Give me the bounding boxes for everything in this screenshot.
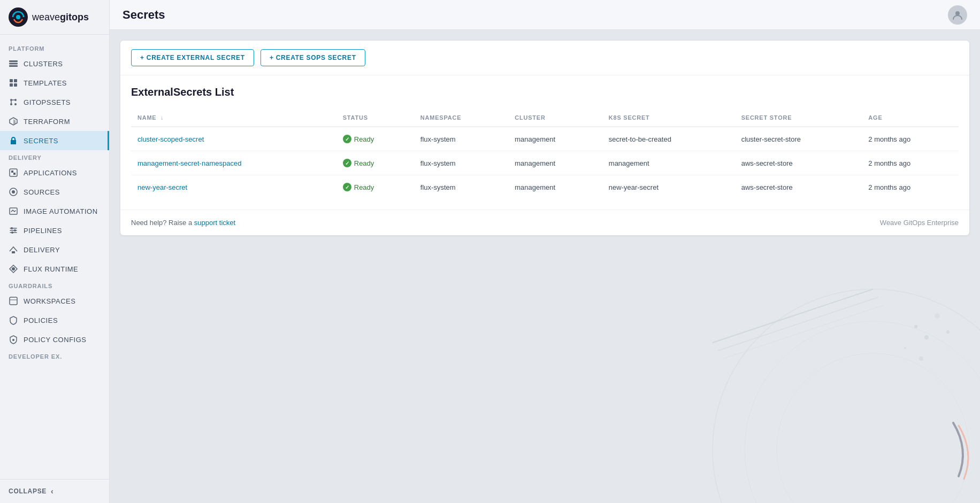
flux-runtime-icon [9,264,18,274]
sidebar-item-label: WORKSPACES [24,297,75,305]
svg-point-17 [13,142,14,143]
namespace-cell: flux-system [414,175,508,199]
image-automation-icon [9,206,18,216]
secret-store-cell: aws-secret-store [735,175,862,199]
sidebar-item-clusters[interactable]: CLUSTERS [0,54,109,73]
sidebar-item-gitopssets[interactable]: GITOPSSETS [0,92,109,112]
sidebar-item-label: CLUSTERS [24,60,63,68]
col-header-age: AGE [862,109,959,127]
sidebar-item-image-automation[interactable]: IMAGE AUTOMATION [0,202,109,221]
svg-point-39 [914,325,917,328]
create-external-secret-button[interactable]: + CREATE EXTERNAL SECRET [131,49,254,66]
k8s-secret-cell: management [602,151,735,175]
svg-point-1 [16,15,20,19]
svg-point-25 [14,229,16,231]
sidebar-item-delivery[interactable]: DELIVERY [0,240,109,259]
section-title: ExternalSecrets List [131,86,959,98]
topbar: Secrets [110,0,980,30]
sidebar-item-label: SECRETS [24,137,58,145]
sidebar: weavegitops PLATFORM CLUSTERS TEMPLATES … [0,0,110,503]
svg-rect-2 [9,60,18,62]
svg-point-32 [955,11,960,16]
svg-rect-19 [11,171,13,173]
svg-point-28 [12,267,15,270]
status-cell: Ready [343,135,408,143]
svg-point-44 [919,357,923,361]
sidebar-item-flux-runtime[interactable]: FLUX RUNTIME [0,259,109,278]
col-header-status: STATUS [336,109,414,127]
section-label-delivery: DELIVERY [0,150,109,163]
sidebar-item-workspaces[interactable]: WORKSPACES [0,291,109,311]
svg-point-24 [11,227,13,229]
status-text: Ready [354,135,374,143]
collapse-label: COLLAPSE [9,487,47,495]
secret-name-link[interactable]: management-secret-namespaced [137,159,241,167]
policies-icon [9,315,18,325]
sidebar-item-label: SOURCES [24,188,60,196]
logo-text: weavegitops [32,12,89,23]
svg-rect-5 [10,79,13,82]
applications-icon [9,168,18,177]
policy-configs-icon [9,335,18,344]
sidebar-item-applications[interactable]: APPLICATIONS [0,163,109,182]
secret-store-cell: aws-secret-store [735,151,862,175]
table-body: cluster-scoped-secret Ready flux-system … [131,127,959,199]
section-label-developer: DEVELOPER EX. [0,349,109,362]
sidebar-item-label: DELIVERY [24,246,60,254]
delivery-icon [9,245,18,254]
sidebar-item-label: IMAGE AUTOMATION [24,207,98,215]
table-header-row: NAME ↓ STATUS NAMESPACE CLUSTER K8S SECR… [131,109,959,127]
svg-point-42 [935,313,940,319]
svg-point-34 [745,321,980,503]
background-decoration [606,262,980,503]
main-content: Secrets [110,0,980,503]
status-dot [343,183,351,191]
svg-line-36 [713,289,873,343]
create-sops-secret-button[interactable]: + CREATE SOPS SECRET [261,49,365,66]
sidebar-item-secrets[interactable]: SECRETS [0,131,109,150]
svg-point-12 [14,103,17,105]
footer-help-text: Need help? Raise a support ticket [131,219,235,227]
sidebar-item-label: APPLICATIONS [24,169,77,177]
svg-point-26 [11,231,13,234]
user-avatar[interactable] [948,5,967,25]
svg-rect-4 [9,65,18,67]
svg-point-31 [12,339,14,341]
age-cell: 2 months ago [862,151,959,175]
support-ticket-link[interactable]: support ticket [194,219,235,227]
svg-rect-3 [9,63,18,65]
status-text: Ready [354,159,374,167]
sidebar-item-pipelines[interactable]: PIPELINES [0,221,109,240]
svg-point-35 [777,353,969,503]
card-footer: Need help? Raise a support ticket Weave … [120,210,969,235]
svg-rect-7 [10,83,13,87]
svg-point-9 [10,99,12,101]
sidebar-item-label: TERRAFORM [24,118,70,126]
footer-brand: Weave GitOps Enterprise [880,219,959,227]
sidebar-item-templates[interactable]: TEMPLATES [0,73,109,92]
secrets-table: NAME ↓ STATUS NAMESPACE CLUSTER K8S SECR… [131,109,959,199]
sidebar-item-policy-configs[interactable]: POLICY CONFIGS [0,330,109,349]
status-cell: Ready [343,183,408,191]
col-header-secret-store: SECRET STORE [735,109,862,127]
sidebar-item-sources[interactable]: SOURCES [0,182,109,202]
secrets-icon [9,136,18,145]
page-title: Secrets [122,8,165,22]
sidebar-nav: PLATFORM CLUSTERS TEMPLATES GITOPSSETS T… [0,35,109,479]
sources-icon [9,187,18,197]
secret-name-link[interactable]: cluster-scoped-secret [137,135,204,143]
namespace-cell: flux-system [414,127,508,151]
age-cell: 2 months ago [862,127,959,151]
table-row: new-year-secret Ready flux-system manage… [131,175,959,199]
col-header-name[interactable]: NAME ↓ [131,109,336,127]
secret-name-link[interactable]: new-year-secret [137,183,187,191]
svg-point-22 [12,190,15,194]
col-header-namespace: NAMESPACE [414,109,508,127]
svg-rect-20 [13,173,16,175]
logo[interactable]: weavegitops [0,0,109,35]
sidebar-item-terraform[interactable]: TERRAFORM [0,112,109,131]
sidebar-item-policies[interactable]: POLICIES [0,311,109,330]
collapse-button[interactable]: COLLAPSE ‹ [0,479,109,503]
cluster-cell: management [508,127,602,151]
cluster-cell: management [508,175,602,199]
